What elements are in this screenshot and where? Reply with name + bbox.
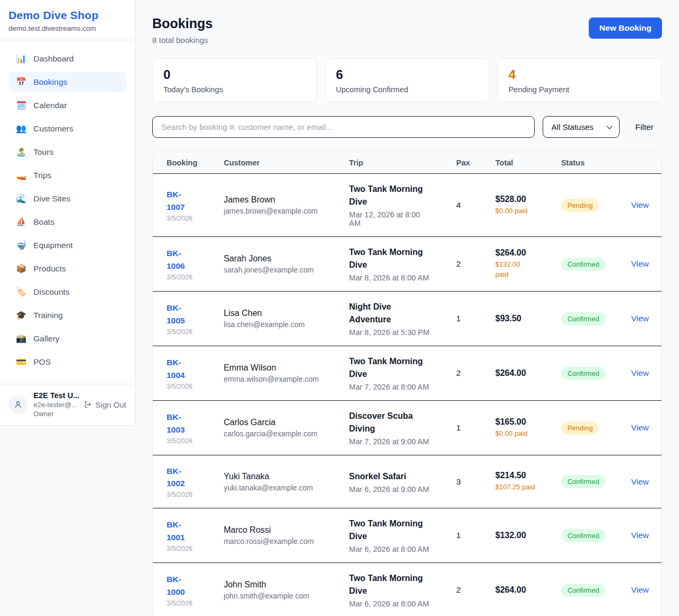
view-booking-link[interactable]: View (631, 259, 649, 268)
sidebar-item-discounts[interactable]: 🏷️ Discounts (8, 282, 126, 302)
stat-cards: 0 Today's Bookings 6 Upcoming Confirmed … (152, 58, 662, 102)
column-header-trip: Trip (336, 152, 443, 174)
booking-id-link[interactable]: BK- 1004 (167, 356, 185, 381)
booking-id-link[interactable]: BK- 1006 (167, 247, 185, 272)
booking-id-link[interactable]: BK- 1000 (167, 573, 185, 598)
avatar (8, 395, 28, 414)
trip-datetime: Mar 6, 2026 at 9:00 AM (349, 485, 431, 494)
sidebar-nav: 📊 Dashboard 📅 Bookings 🗓️ Calendar 👥 Cus… (0, 40, 135, 379)
sidebar-item-tours[interactable]: 🏝️ Tours (8, 142, 126, 162)
sidebar-item-dashboard[interactable]: 📊 Dashboard (8, 49, 126, 68)
view-booking-link[interactable]: View (631, 200, 649, 209)
status-select[interactable]: All Statuses (543, 116, 620, 138)
main-content: Bookings 8 total bookings New Booking 0 … (135, 0, 679, 616)
sidebar-item-label: Dashboard (33, 54, 74, 64)
pax-count: 1 (456, 314, 461, 323)
booking-id-link[interactable]: BK- 1002 (167, 465, 185, 490)
new-booking-button[interactable]: New Booking (589, 17, 662, 39)
customer-email: lisa.chen@example.com (224, 320, 324, 329)
pos-icon: 💳 (16, 357, 27, 367)
gallery-icon: 📸 (16, 333, 27, 344)
user-section: E2E Test U... e2e-tester@... Owner Sign … (0, 384, 135, 425)
table-row: BK-1001 3/5/2026 Marco Rossi marco.rossi… (153, 508, 661, 563)
sidebar-item-training[interactable]: 🎓 Training (8, 305, 126, 325)
column-header-total: Total (483, 152, 549, 174)
bookings-icon: 📅 (16, 77, 27, 87)
view-booking-link[interactable]: View (631, 531, 649, 540)
trip-name: Two Tank Morning Dive (349, 517, 431, 543)
booking-id-link[interactable]: BK- 1005 (167, 302, 185, 327)
sidebar-item-customers[interactable]: 👥 Customers (8, 119, 126, 138)
user-role: Owner (33, 410, 78, 418)
page-title: Bookings (152, 16, 213, 31)
stat-card: 4 Pending Payment (498, 58, 662, 102)
booking-id-link[interactable]: BK-1007 (167, 188, 198, 213)
total-amount: $214.50 (495, 471, 536, 480)
dive-sites-icon: 🌊 (16, 193, 27, 204)
booking-date: 3/5/2026 (167, 274, 198, 281)
brand: Demo Dive Shop demo.test.divestreams.com (0, 0, 135, 40)
table-row: BK- 1003 3/5/2026 Carlos Garcia carlos.g… (153, 401, 661, 455)
total-amount: $264.00 (495, 368, 536, 378)
sidebar-item-gallery[interactable]: 📸 Gallery (8, 329, 126, 348)
stat-label: Pending Payment (509, 85, 651, 94)
app-root: Demo Dive Shop demo.test.divestreams.com… (0, 0, 679, 616)
sidebar-item-trips[interactable]: 🚤 Trips (8, 165, 126, 185)
status-badge: Confirmed (561, 367, 606, 380)
sidebar-item-label: Products (33, 264, 66, 274)
trip-datetime: Mar 6, 2026 at 8:00 AM (349, 600, 431, 608)
trip-name: Two Tank Morning Dive (349, 246, 431, 271)
trip-name: Two Tank Morning Dive (349, 355, 431, 381)
booking-id-link[interactable]: BK-1001 (167, 518, 198, 543)
view-booking-link[interactable]: View (631, 368, 649, 377)
products-icon: 📦 (16, 263, 27, 274)
sidebar-item-bookings[interactable]: 📅 Bookings (8, 72, 126, 92)
logout-icon (84, 400, 92, 409)
user-email: e2e-tester@... (33, 401, 78, 409)
pax-count: 2 (456, 368, 461, 377)
filter-bar: All Statuses Filter (152, 116, 662, 138)
table-row: BK- 1004 3/5/2026 Emma Wilson emma.wilso… (153, 346, 661, 401)
brand-domain: demo.test.divestreams.com (8, 24, 126, 32)
paid-amount: $107.25 paid (495, 482, 536, 492)
person-icon (13, 400, 23, 409)
stat-label: Upcoming Confirmed (336, 85, 478, 94)
booking-id-link[interactable]: BK- 1003 (167, 411, 185, 436)
paid-amount: $132.00 paid (495, 260, 536, 280)
search-input[interactable] (152, 116, 535, 138)
sidebar-item-dive-sites[interactable]: 🌊 Dive Sites (8, 189, 126, 208)
stat-card: 6 Upcoming Confirmed (325, 58, 489, 102)
user-info: E2E Test U... e2e-tester@... Owner (33, 391, 78, 418)
view-booking-link[interactable]: View (631, 314, 649, 323)
pax-count: 4 (456, 200, 461, 209)
trip-datetime: Mar 7, 2026 at 9:00 AM (349, 437, 431, 446)
customer-name: Yuki Tanaka (224, 472, 324, 481)
column-header-status: Status (549, 152, 619, 174)
column-header-booking: Booking (153, 152, 211, 174)
total-amount: $132.00 (495, 531, 536, 540)
sidebar-item-boats[interactable]: ⛵ Boats (8, 212, 126, 232)
boats-icon: ⛵ (16, 217, 27, 227)
sidebar-item-products[interactable]: 📦 Products (8, 259, 126, 278)
sidebar-item-calendar[interactable]: 🗓️ Calendar (8, 95, 126, 115)
customer-email: marco.rossi@example.com (224, 537, 324, 545)
view-booking-link[interactable]: View (631, 585, 649, 594)
trip-name: Night Dive Adventure (349, 301, 431, 326)
page-header: Bookings 8 total bookings New Booking (152, 16, 662, 45)
status-badge: Confirmed (561, 475, 606, 488)
sidebar-item-pos[interactable]: 💳 POS (8, 352, 126, 372)
customer-email: carlos.garcia@example.com (224, 429, 324, 438)
sidebar-item-label: Training (33, 311, 63, 320)
status-badge: Confirmed (561, 312, 606, 325)
column-header-actions (619, 152, 661, 174)
sign-out-button[interactable]: Sign Out (84, 400, 126, 409)
customer-name: Carlos Garcia (224, 418, 324, 427)
view-booking-link[interactable]: View (631, 423, 649, 432)
pax-count: 2 (456, 585, 461, 594)
bookings-table-card: Booking Customer Trip Pax Total Status (152, 152, 662, 616)
table-row: BK- 1005 3/5/2026 Lisa Chen lisa.chen@ex… (153, 292, 661, 346)
sidebar-item-equipment[interactable]: 🤿 Equipment (8, 235, 126, 255)
filter-button[interactable]: Filter (628, 122, 662, 132)
pax-count: 1 (456, 423, 461, 432)
view-booking-link[interactable]: View (631, 477, 649, 486)
